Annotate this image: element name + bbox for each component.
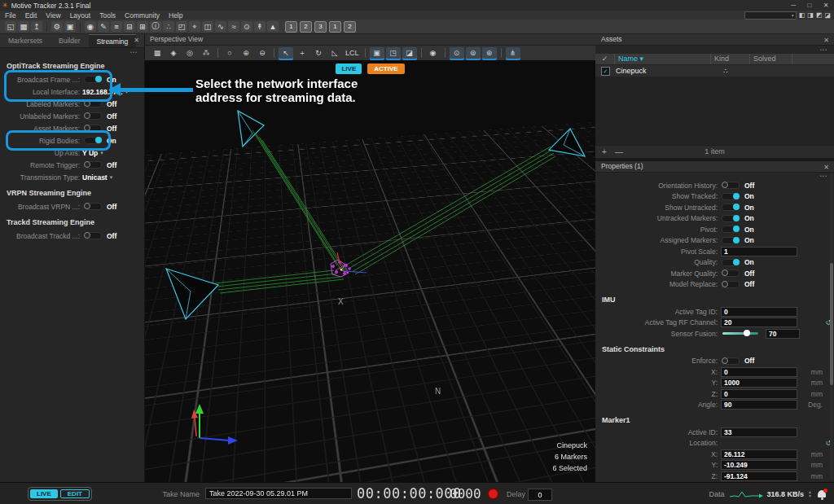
value-input[interactable]: 0 xyxy=(721,367,797,377)
property-row[interactable]: Untracked Markers: On On On ↺ xyxy=(595,213,834,225)
tower-icon[interactable]: ▲ xyxy=(267,21,279,32)
toggle[interactable] xyxy=(84,137,102,144)
menu-view[interactable]: View xyxy=(46,11,60,20)
record-button[interactable] xyxy=(487,488,499,500)
delay-input[interactable] xyxy=(528,489,552,501)
setting-row[interactable]: Broadcast Frame ...: On ▾ xyxy=(0,73,144,85)
property-row[interactable]: Enforce: Off Off ↺ xyxy=(595,356,834,367)
chart-icon[interactable]: ∿ xyxy=(215,21,226,32)
toggle[interactable] xyxy=(722,237,740,244)
property-row[interactable]: Pivot: On On On ↺ xyxy=(595,224,834,235)
3d-scene[interactable]: X N LIVE ACTIVE Cinepuck 6 Markers 6 Sel… xyxy=(145,60,595,482)
property-row[interactable]: X: 26.112 mm ↺ xyxy=(595,449,834,460)
export-icon[interactable]: ↥ xyxy=(31,21,42,32)
live-button[interactable]: LIVE xyxy=(30,489,58,498)
toggle[interactable] xyxy=(722,226,740,233)
tab-streaming[interactable]: Streaming xyxy=(89,34,137,47)
property-row[interactable]: Quality: On On On ↺ xyxy=(595,257,834,269)
scrollbar-thumb[interactable] xyxy=(830,263,833,385)
cube-icon[interactable]: ◈ xyxy=(166,47,181,59)
setting-row[interactable]: Transmission Type: Unicast ▾ xyxy=(0,171,144,183)
open-file-icon[interactable]: ◱ xyxy=(5,21,16,32)
name-column-header[interactable]: Name ▾ xyxy=(615,54,711,64)
skeleton-icon[interactable]: ⋔ xyxy=(506,47,520,59)
settings-icon[interactable]: ⚙ xyxy=(51,21,63,32)
pane-left-icon[interactable]: ◧ xyxy=(799,11,805,19)
property-row[interactable]: Marker Quality: Off Off Off ↺ xyxy=(595,268,834,279)
maximize-button[interactable]: □ xyxy=(801,0,818,11)
expand-icon[interactable]: ◰ xyxy=(176,21,187,32)
value-input[interactable]: 0 xyxy=(721,389,797,399)
setting-row[interactable]: Remote Trigger: Off ▾ xyxy=(0,159,144,171)
value-input[interactable]: 70 xyxy=(766,329,800,339)
solved-column-header[interactable]: Solved xyxy=(750,54,792,64)
tab-markersets[interactable]: Markersets xyxy=(0,34,50,47)
property-row[interactable]: Pivot Scale: 1 1 1 ↺ xyxy=(595,246,834,257)
value-input[interactable]: 33 xyxy=(721,427,797,437)
property-row[interactable]: Active Tag RF Channel: 20 20 20 ↺ xyxy=(595,318,834,329)
quick-search-dropdown[interactable]: ▾ xyxy=(744,11,797,20)
property-row[interactable]: Y: 1000 1000 mm ↺ xyxy=(595,378,834,389)
camera-frustum[interactable] xyxy=(238,111,264,147)
scrollbar[interactable] xyxy=(830,173,833,480)
menu-help[interactable]: Help xyxy=(169,11,182,20)
panel-menu-icon[interactable]: ••• xyxy=(595,172,834,180)
data-table-icon[interactable]: ⊞ xyxy=(137,21,148,32)
toggle[interactable] xyxy=(84,125,102,132)
property-row[interactable]: Sensor Fusion: 70 70 70 ↺ xyxy=(595,328,834,340)
value-input[interactable]: 20 xyxy=(721,318,797,327)
archive-icon[interactable]: ⊟ xyxy=(124,21,135,32)
visibility-icon[interactable]: ◉ xyxy=(426,47,441,59)
select-assets-icon[interactable]: ◪ xyxy=(402,47,417,59)
toggle[interactable] xyxy=(722,193,740,200)
property-row[interactable]: Show Untracked: On On On ↺ xyxy=(595,202,834,213)
setting-row[interactable]: Asset Markers: Off ▾ xyxy=(0,122,144,134)
value-input[interactable]: -91.124 xyxy=(721,471,797,481)
check-column-header[interactable]: ✓ xyxy=(595,54,615,64)
toggle[interactable] xyxy=(84,112,102,120)
property-row[interactable]: Active Tag ID: 0 0 0 ↺ xyxy=(595,306,834,318)
live-mode-button[interactable]: LIVE xyxy=(336,64,362,74)
zoom-out-icon[interactable]: ⊖ xyxy=(255,47,270,59)
markers-icon[interactable]: ⁂ xyxy=(199,47,213,59)
property-row[interactable]: Z: -91.124 mm ↺ xyxy=(595,471,834,482)
toggle[interactable] xyxy=(84,76,102,83)
pane-full-icon[interactable]: ◪ xyxy=(824,11,831,19)
layers-icon[interactable]: ≡ xyxy=(111,21,122,32)
layout-preset-button[interactable]: 1 xyxy=(285,21,297,33)
layout-preset-button[interactable]: 2 xyxy=(300,21,312,33)
menu-file[interactable]: File xyxy=(5,11,16,20)
grid-icon[interactable]: ▦ xyxy=(150,47,165,59)
graph-icon[interactable]: ∴ xyxy=(163,21,174,32)
zoom-icon[interactable]: ○ xyxy=(222,47,237,59)
property-row[interactable]: Y: -10.249 mm ↺ xyxy=(595,460,834,471)
scale-tool-icon[interactable]: ◺ xyxy=(327,47,342,59)
select-tool-icon[interactable]: ↖ xyxy=(279,47,293,59)
camera-icon[interactable]: ◎ xyxy=(182,47,197,59)
toggle[interactable] xyxy=(84,232,102,239)
asset-row[interactable]: ✓ Cinepuck ∴ xyxy=(595,65,834,77)
toggle[interactable] xyxy=(84,203,102,210)
zoom-in-icon[interactable]: ⊕ xyxy=(239,47,253,59)
value-input[interactable]: 1 xyxy=(721,247,797,256)
pane-bottom-icon[interactable]: ◩ xyxy=(816,11,823,19)
toggle[interactable] xyxy=(722,270,740,277)
close-icon[interactable]: ✕ xyxy=(134,34,139,47)
setting-row[interactable]: Unlabeled Markers: Off ▾ xyxy=(0,110,144,122)
pane-right-icon[interactable]: ◨ xyxy=(807,11,814,19)
notification-bell-icon[interactable] xyxy=(818,490,826,497)
toggle[interactable] xyxy=(722,259,740,266)
move-tool-icon[interactable]: ＋ xyxy=(295,47,309,59)
signal-icon[interactable]: ≈ xyxy=(228,21,239,32)
active-mode-button[interactable]: ACTIVE xyxy=(367,64,404,74)
camera-view-icon[interactable]: ◉ xyxy=(85,21,96,32)
property-row[interactable]: Z: 0 0 mm ↺ xyxy=(595,388,834,400)
info-icon[interactable]: ⓘ xyxy=(150,21,161,32)
toggle[interactable] xyxy=(84,161,102,169)
setting-row[interactable]: Local Interface: 192.168.37... ▾ xyxy=(0,85,144,98)
layout-preset-button[interactable]: 2 xyxy=(344,21,356,33)
minimize-button[interactable]: ─ xyxy=(785,0,801,11)
sensor-fusion-slider[interactable] xyxy=(722,332,758,335)
tab-builder[interactable]: Builder xyxy=(50,34,88,47)
stepper-arrows[interactable]: ▲▼ xyxy=(808,490,812,498)
